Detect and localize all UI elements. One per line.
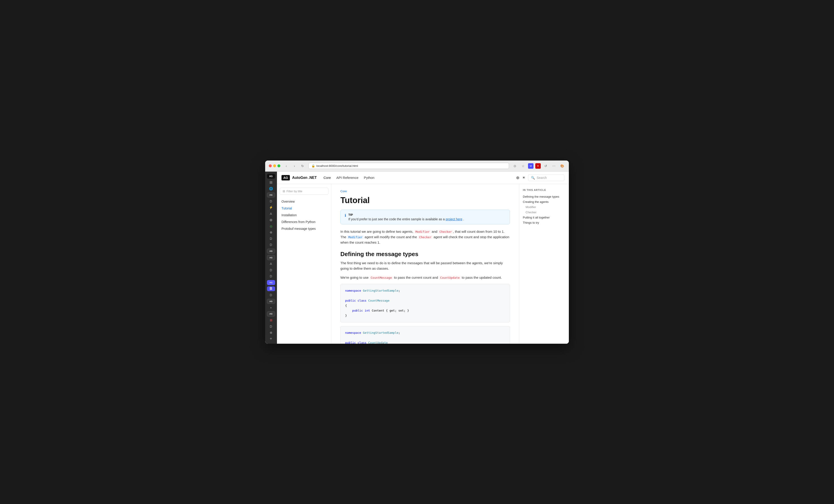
sidebar-badge-b[interactable]: B (267, 287, 275, 291)
sidebar-icon-d3[interactable]: D (267, 243, 275, 247)
minimize-button[interactable] (273, 164, 276, 167)
modifier-code-1: Modifier (414, 230, 431, 234)
siri-button[interactable]: ⊙ (512, 163, 518, 169)
toc-item-1[interactable]: Creating the agents (523, 199, 565, 204)
sidebar-icon-grid[interactable]: ⊞ (267, 180, 275, 185)
sidebar-item-differences[interactable]: Differences from Python (280, 219, 328, 225)
sidebar-icon-bolt[interactable]: ⚡ (267, 205, 275, 210)
code-block-1: namespace GettingStartedSample; public c… (341, 284, 510, 323)
url-text: localhost:8000/core/tutorial.html (316, 164, 358, 167)
app-layout: AG ⊞ 🌐 AG D ⚡ A ⊕ ◎ ⊕ D D AG AG A D D AG… (265, 171, 569, 344)
left-nav: ▤ Filter by title Overview Tutorial Inst… (277, 184, 331, 344)
code-content-2: namespace GettingStartedSample; public c… (345, 330, 505, 343)
icon-sidebar: AG ⊞ 🌐 AG D ⚡ A ⊕ ◎ ⊕ D D AG AG A D D AG… (265, 171, 277, 344)
more-button[interactable]: ⋯ (551, 163, 557, 169)
sidebar-item-installation[interactable]: Installation (280, 212, 328, 218)
brand-logo: AG (282, 175, 290, 180)
sidebar-item-overview[interactable]: Overview (280, 198, 328, 205)
sidebar-icon-circle[interactable]: ◎ (267, 224, 275, 228)
checker-code-2: Checker (418, 235, 433, 239)
reload-button[interactable]: ↻ (299, 163, 306, 169)
sidebar-logo[interactable]: AG (267, 174, 275, 179)
maximize-button[interactable] (278, 164, 280, 167)
brand-name: AutoGen .NET (292, 176, 316, 180)
sidebar-icon-d2[interactable]: D (267, 236, 275, 241)
extension1-button[interactable]: M (528, 163, 533, 169)
tip-link[interactable]: project here (445, 217, 462, 221)
top-nav: AG AutoGen .NET Core API Reference Pytho… (277, 171, 569, 184)
bookmark-button[interactable]: ☆ (520, 163, 526, 169)
sidebar-icon-d1[interactable]: D (267, 199, 275, 204)
sidebar-badge-ag3[interactable]: AG (267, 255, 275, 260)
sidebar-icon-github2[interactable]: ⊕ (267, 230, 275, 235)
close-button[interactable] (269, 164, 272, 167)
sidebar-badge-ag5[interactable]: AG (267, 299, 275, 304)
sidebar-icon-a1[interactable]: A (267, 211, 275, 216)
forward-button[interactable]: › (291, 163, 298, 169)
sidebar-icon-square[interactable]: ▪ (267, 305, 275, 310)
sidebar-badge-ag1[interactable]: AG (267, 192, 275, 198)
search-box[interactable]: 🔍 Search (528, 174, 564, 181)
sidebar-icon-plus[interactable]: + (267, 337, 275, 341)
back-button[interactable]: ‹ (283, 163, 289, 169)
section1-heading: Defining the message types (341, 251, 510, 258)
sidebar-icon-github3[interactable]: ⊕ (267, 330, 275, 335)
sidebar-badge-ag2[interactable]: AG (267, 249, 275, 254)
main-content: Core Tutorial ℹ TIP If you'd prefer to j… (331, 184, 519, 344)
sidebar-badge-ag6[interactable]: AG (267, 311, 275, 316)
tip-label: TIP (348, 213, 464, 216)
info-icon: ℹ (345, 213, 346, 217)
content-wrapper: ▤ Filter by title Overview Tutorial Inst… (277, 184, 569, 344)
traffic-lights (269, 164, 280, 167)
github-nav-icon[interactable]: ⊕ (516, 175, 520, 180)
modifier-code-2: Modifier (347, 235, 364, 239)
filter-icon: ▤ (283, 189, 285, 193)
toc-sidebar: IN THIS ARTICLE Defining the message typ… (519, 184, 569, 344)
lock-icon: 🔒 (311, 164, 315, 167)
code-block-2: namespace GettingStartedSample; public c… (341, 326, 510, 343)
sidebar-icon-d7[interactable]: D (267, 324, 275, 329)
sidebar-badge-ag4[interactable]: AG (267, 280, 275, 285)
sidebar-item-tutorial[interactable]: Tutorial (280, 205, 328, 211)
breadcrumb[interactable]: Core (341, 189, 510, 193)
browser-chrome: ‹ › ↻ 🔒 localhost:8000/core/tutorial.htm… (265, 161, 569, 171)
sidebar-icon-d6[interactable]: D (267, 293, 275, 297)
color-picker-button[interactable]: 🎨 (559, 163, 565, 169)
toc-item-4[interactable]: Putting it all together (523, 215, 565, 220)
sidebar-icon-github1[interactable]: ⊕ (267, 217, 275, 222)
nav-links: Core API Reference Python (323, 175, 374, 180)
filter-placeholder: Filter by title (286, 189, 302, 193)
filter-input-container[interactable]: ▤ Filter by title (280, 188, 328, 195)
section1-p1: The first thing we need to do is to defi… (341, 260, 510, 271)
sidebar-icon-d4[interactable]: D (267, 268, 275, 272)
sidebar-icon-d5[interactable]: D (267, 274, 275, 279)
sidebar-item-protobuf[interactable]: Protobuf message types (280, 226, 328, 232)
extension2-button[interactable]: R (535, 163, 541, 169)
checker-code-1: Checker (438, 230, 453, 234)
nav-actions: ⊕ ☀ 🔍 Search (516, 174, 564, 181)
search-label: Search (537, 176, 547, 180)
nav-link-api[interactable]: API Reference (336, 175, 358, 180)
toc-item-0[interactable]: Defining the message types (523, 194, 565, 199)
intro-text: In this tutorial we are going to define … (341, 229, 510, 245)
page-title: Tutorial (341, 196, 510, 205)
countupdate-code: CountUpdate (439, 276, 461, 280)
refresh-button[interactable]: ↺ (543, 163, 549, 169)
nav-link-python[interactable]: Python (364, 175, 375, 180)
nav-link-core[interactable]: Core (323, 175, 331, 180)
toc-item-3[interactable]: Checker (523, 210, 565, 215)
tip-text: If you'd prefer to just see the code the… (348, 217, 464, 221)
theme-toggle[interactable]: ☀ (522, 176, 525, 180)
brand: AG AutoGen .NET (282, 175, 316, 180)
toc-item-2[interactable]: Modifier (523, 204, 565, 210)
tip-content: TIP If you'd prefer to just see the code… (348, 213, 464, 221)
countmessage-code: CountMessage (370, 276, 393, 280)
browser-actions: ⊙ ☆ M R ↺ ⋯ 🎨 (512, 163, 565, 169)
sidebar-icon-a2[interactable]: A (267, 261, 275, 266)
toc-title: IN THIS ARTICLE (523, 189, 565, 191)
sidebar-icon-globe[interactable]: 🌐 (267, 186, 275, 191)
toc-item-5[interactable]: Things to try (523, 220, 565, 225)
tip-box: ℹ TIP If you'd prefer to just see the co… (341, 210, 510, 224)
address-bar[interactable]: 🔒 localhost:8000/core/tutorial.html (308, 163, 509, 169)
sidebar-icon-grid2[interactable]: ⊞ (267, 318, 275, 323)
